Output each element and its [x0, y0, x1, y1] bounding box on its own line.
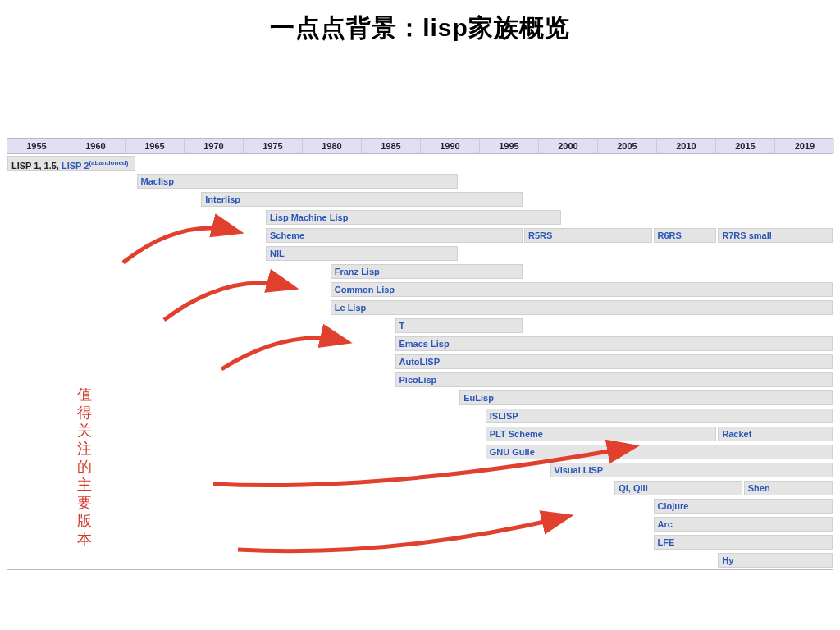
timeline-row: T: [7, 317, 833, 335]
timeline-row: Maclisp: [7, 172, 833, 190]
note-char: 关: [75, 422, 94, 440]
timeline-bar: Lisp Machine Lisp: [266, 210, 561, 225]
year-axis: 1955196019651970197519801985199019952000…: [7, 138, 833, 154]
timeline-row: Clojure: [7, 497, 833, 515]
note-char: 要: [75, 494, 94, 512]
year-header-cell: 1970: [185, 139, 244, 153]
note-char: 主: [75, 476, 94, 494]
year-header-cell: 1985: [362, 139, 421, 153]
highlight-note: 值得关注的主要版本: [75, 386, 94, 548]
timeline-bar: Clojure: [654, 499, 833, 514]
timeline-row: Lisp Machine Lisp: [7, 208, 833, 226]
timeline-row: Qi, QiIIShen: [7, 479, 833, 497]
timeline-bar: Interlisp: [201, 192, 523, 207]
timeline-row: EuLisp: [7, 389, 833, 407]
timeline-bar: R5RS: [524, 228, 652, 243]
lisp-timeline-chart: 1955196019651970197519801985199019952000…: [7, 138, 833, 570]
year-header-cell: 2015: [716, 139, 775, 153]
timeline-row: SchemeR5RSR6RSR7RS small: [7, 226, 833, 244]
year-header-cell: 2010: [657, 139, 716, 153]
timeline-bar: ISLISP: [486, 409, 833, 423]
timeline-bar: R6RS: [654, 228, 717, 243]
timeline-bar: R7RS small: [718, 228, 833, 243]
timeline-bar: Shen: [744, 481, 833, 495]
year-header-cell: 2019: [775, 139, 834, 153]
timeline-bar: Le Lisp: [331, 300, 833, 315]
year-header-cell: 1965: [126, 139, 185, 153]
timeline-bar: Arc: [654, 517, 833, 532]
timeline-row: Emacs Lisp: [7, 335, 833, 353]
timeline-bar: LFE: [654, 535, 833, 550]
timeline-bar: PicoLisp: [395, 372, 833, 387]
timeline-row: PicoLisp: [7, 371, 833, 389]
timeline-row: PLT SchemeRacket: [7, 425, 833, 443]
note-char: 得: [75, 404, 94, 422]
timeline-bar: Racket: [718, 427, 833, 441]
timeline-bar: Visual LISP: [550, 463, 833, 477]
note-char: 值: [75, 386, 94, 404]
timeline-bar: Emacs Lisp: [395, 336, 833, 351]
timeline-bar: T: [395, 318, 523, 333]
timeline-bar: Hy: [718, 553, 833, 568]
year-header-cell: 1975: [244, 139, 303, 153]
year-header-cell: 2005: [598, 139, 657, 153]
timeline-row: Visual LISP: [7, 461, 833, 479]
timeline-row: Arc: [7, 515, 833, 533]
timeline-row: LFE: [7, 533, 833, 551]
timeline-row: Common Lisp: [7, 281, 833, 299]
year-header-cell: 1990: [421, 139, 480, 153]
timeline-row: LISP 1, 1.5, LISP 2(abandoned): [7, 154, 833, 172]
timeline-bar: AutoLISP: [395, 354, 833, 369]
timeline-bar: EuLisp: [459, 390, 833, 405]
timeline-bar: LISP 1, 1.5, LISP 2(abandoned): [7, 156, 135, 171]
year-header-cell: 2000: [539, 139, 598, 153]
page-title: 一点点背景：lisp家族概览: [0, 0, 840, 53]
timeline-bar: Common Lisp: [331, 282, 833, 297]
year-header-cell: 1955: [7, 139, 66, 153]
timeline-row: Franz Lisp: [7, 262, 833, 281]
timeline-row: ISLISP: [7, 407, 833, 425]
timeline-row: AutoLISP: [7, 353, 833, 371]
year-header-cell: 1980: [303, 139, 362, 153]
timeline-row: NIL: [7, 244, 833, 262]
timeline-bar: Franz Lisp: [331, 264, 523, 279]
note-char: 版: [75, 512, 94, 530]
timeline-bar: Maclisp: [137, 174, 459, 189]
note-char: 注: [75, 440, 94, 458]
timeline-row: GNU Guile: [7, 443, 833, 461]
year-header-cell: 1960: [66, 139, 126, 153]
timeline-bar: GNU Guile: [486, 445, 833, 459]
timeline-bar: Scheme: [266, 228, 523, 243]
timeline-row: Le Lisp: [7, 299, 833, 317]
note-char: 本: [75, 530, 94, 548]
note-char: 的: [75, 458, 94, 476]
year-header-cell: 1995: [480, 139, 539, 153]
timeline-row: Hy: [7, 551, 833, 569]
timeline-bar: PLT Scheme: [486, 427, 717, 441]
timeline-bar: NIL: [266, 246, 458, 261]
timeline-row: Interlisp: [7, 190, 833, 208]
timeline-bar: Qi, QiII: [614, 481, 742, 495]
timeline-body: LISP 1, 1.5, LISP 2(abandoned)MaclispInt…: [7, 154, 833, 570]
